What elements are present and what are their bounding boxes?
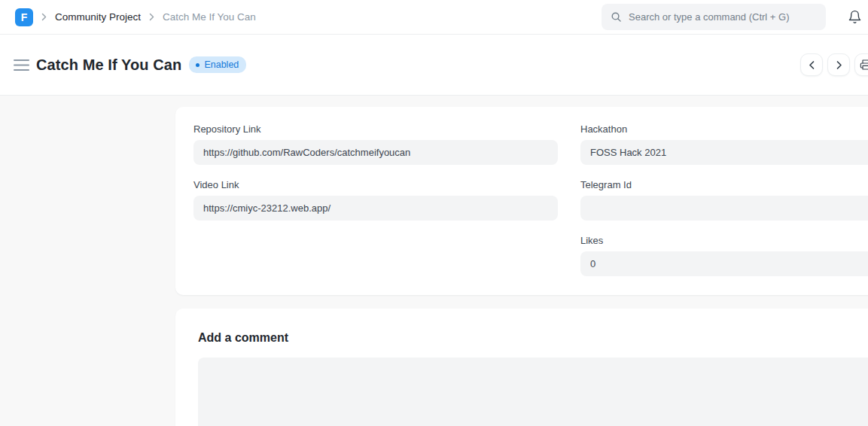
form-section-card: Repository Link Video Link Hackathon Tel… bbox=[175, 107, 868, 295]
top-navbar: F Community Project Catch Me If You Can bbox=[0, 0, 868, 35]
search-input[interactable] bbox=[629, 11, 817, 23]
print-button[interactable] bbox=[854, 53, 868, 76]
telegram-id-label: Telegram Id bbox=[580, 179, 868, 190]
chevron-right-icon bbox=[149, 13, 154, 21]
comment-input[interactable] bbox=[198, 358, 868, 426]
field-likes: Likes bbox=[580, 235, 868, 276]
video-link-input[interactable] bbox=[193, 196, 558, 221]
telegram-id-input[interactable] bbox=[580, 196, 868, 221]
hackathon-label: Hackathon bbox=[580, 123, 868, 135]
hackathon-input[interactable] bbox=[580, 140, 868, 165]
chevron-right-icon bbox=[834, 60, 844, 70]
breadcrumb: F Community Project Catch Me If You Can bbox=[15, 8, 256, 26]
field-video-link: Video Link bbox=[193, 179, 558, 221]
chevron-right-icon bbox=[41, 13, 47, 21]
form-body: Repository Link Video Link Hackathon Tel… bbox=[0, 96, 868, 426]
search-icon bbox=[611, 11, 622, 23]
form-left-column: Repository Link Video Link bbox=[193, 123, 558, 291]
repository-link-label: Repository Link bbox=[193, 123, 558, 135]
field-repository-link: Repository Link bbox=[193, 123, 558, 165]
repository-link-input[interactable] bbox=[193, 140, 558, 165]
field-telegram-id: Telegram Id bbox=[580, 179, 868, 221]
form-grid: Repository Link Video Link Hackathon Tel… bbox=[193, 123, 868, 291]
menu-icon[interactable] bbox=[14, 59, 29, 72]
field-hackathon: Hackathon bbox=[580, 123, 868, 165]
likes-label: Likes bbox=[580, 235, 868, 246]
likes-input[interactable] bbox=[580, 251, 868, 276]
status-badge-label: Enabled bbox=[204, 60, 239, 70]
status-dot-icon bbox=[196, 63, 199, 67]
next-document-button[interactable] bbox=[827, 53, 850, 76]
page-title: Catch Me If You Can bbox=[36, 56, 181, 74]
printer-icon bbox=[860, 59, 868, 71]
add-comment-heading: Add a comment bbox=[198, 331, 868, 345]
chevron-left-icon bbox=[807, 60, 817, 70]
status-badge: Enabled bbox=[189, 56, 246, 74]
frappe-logo-icon[interactable]: F bbox=[15, 8, 33, 26]
breadcrumb-community-project[interactable]: Community Project bbox=[55, 11, 141, 23]
video-link-label: Video Link bbox=[193, 179, 558, 190]
comments-section-card: Add a comment bbox=[175, 309, 868, 426]
header-actions bbox=[800, 53, 868, 76]
form-right-column: Hackathon Telegram Id Likes bbox=[580, 123, 868, 291]
previous-document-button[interactable] bbox=[800, 53, 823, 76]
page-header: Catch Me If You Can Enabled bbox=[0, 35, 868, 96]
navbar-right bbox=[602, 4, 863, 30]
breadcrumb-current-doc: Catch Me If You Can bbox=[163, 11, 256, 23]
global-search[interactable] bbox=[602, 4, 826, 30]
bell-icon[interactable] bbox=[848, 10, 862, 24]
